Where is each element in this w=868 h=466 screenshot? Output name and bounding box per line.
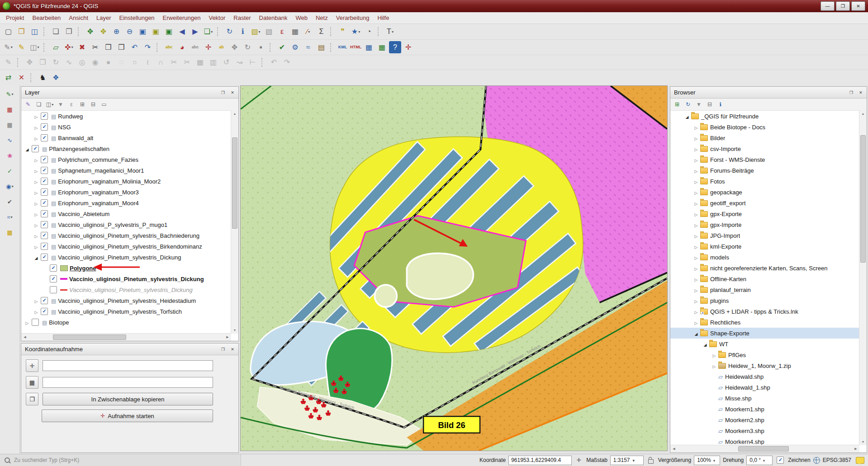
layer-tree-item[interactable]: Vaccinio_Abietetum: [21, 208, 238, 219]
scrollbar-thumb[interactable]: [738, 446, 789, 452]
vector-check-button[interactable]: ✔: [4, 196, 16, 208]
float-panel-icon[interactable]: ❐: [219, 346, 227, 353]
layer-visibility-checkbox[interactable]: [32, 319, 39, 326]
move-label-button[interactable]: ✥: [228, 41, 241, 53]
browser-tree-item[interactable]: geopackage: [670, 187, 867, 198]
menu-web[interactable]: Web: [291, 13, 312, 23]
add-part-button[interactable]: ◉: [89, 56, 101, 69]
wave-tool-dropdown-icon[interactable]: ▾: [11, 215, 13, 219]
move-feature-button[interactable]: ✥: [24, 56, 36, 69]
vertex-tool-dropdown-icon[interactable]: ▾: [71, 45, 73, 49]
layer-visibility-checkbox[interactable]: [41, 221, 48, 228]
copy-move-feature-button[interactable]: ❐: [37, 56, 49, 69]
redo-adv-button[interactable]: ↷: [281, 56, 293, 69]
crs-globe-icon[interactable]: [813, 457, 820, 464]
browser-tree-item[interactable]: Moorkern2.shp: [670, 414, 867, 425]
expand-icon[interactable]: [693, 265, 699, 272]
select-features-button[interactable]: ▧▾: [250, 26, 262, 38]
highlight-pinned-labels-button[interactable]: ab: [215, 41, 228, 53]
lock-scale-icon[interactable]: [648, 459, 654, 464]
save-layer-edits-button[interactable]: ◫▾: [28, 41, 41, 53]
zoom-full-button[interactable]: ▣: [137, 26, 149, 38]
layer-visibility-checkbox[interactable]: [41, 254, 48, 261]
layer-visibility-checkbox[interactable]: [41, 156, 48, 163]
browser-tree-item[interactable]: gpx-Importe: [670, 219, 867, 230]
title-bar[interactable]: *QGIS für Pilzfreunde 24 - QGIS —❐✕: [0, 0, 868, 12]
measure-dropdown-icon[interactable]: ▾: [308, 30, 310, 34]
layer-visibility-checkbox[interactable]: [32, 145, 39, 152]
enable-advanced-digitizing-button[interactable]: ✎: [2, 56, 14, 69]
delete-ring-button[interactable]: ◌: [115, 56, 128, 69]
coordinate-panel-header[interactable]: Koordinatenaufnahme ❐ ✕: [21, 344, 238, 355]
close-button[interactable]: ✕: [851, 1, 865, 11]
browser-tree-item[interactable]: Misse.shp: [670, 393, 867, 404]
menu-einstellungen[interactable]: Einstellungen: [115, 13, 159, 23]
layer-visibility-checkbox[interactable]: [41, 167, 48, 174]
open-attribute-table-button[interactable]: ▦: [289, 26, 301, 38]
layer-tree-item[interactable]: Vaccinio_uliginosi_Pinetum_sylvestris_Di…: [21, 252, 238, 263]
scroll-down-icon[interactable]: [231, 327, 238, 334]
browser-tree-item[interactable]: PflGes: [670, 349, 867, 360]
scroll-right-icon[interactable]: [224, 334, 231, 340]
offset-curve-button[interactable]: ≀: [142, 56, 154, 69]
deselect-features-button[interactable]: ▧: [263, 26, 275, 38]
chevron-down-icon[interactable]: [633, 457, 635, 463]
clipboard-icon[interactable]: ❐: [26, 393, 38, 405]
menu-hilfe[interactable]: Hilfe: [373, 13, 393, 23]
expand-icon[interactable]: [693, 178, 699, 185]
remove-layer-button[interactable]: ▭: [99, 99, 109, 109]
coordinate-field-2[interactable]: [43, 377, 213, 388]
layer-tree-item[interactable]: Rundweg: [21, 111, 238, 122]
expand-icon[interactable]: [33, 178, 39, 185]
zoom-out-button[interactable]: ⊖: [123, 26, 136, 38]
merge-attributes-button[interactable]: ▥: [207, 56, 219, 69]
open-project-button[interactable]: ❐: [15, 26, 28, 38]
zoom-next-button[interactable]: ▶: [189, 26, 201, 38]
expand-icon[interactable]: [33, 211, 39, 217]
expand-icon[interactable]: [33, 113, 39, 120]
redo-button[interactable]: ↷: [142, 41, 154, 53]
browser-tree-item[interactable]: Moorkern3.shp: [670, 425, 867, 436]
layer-tree-item[interactable]: Vaccinio_uliginosi_Pinetum_sylvestris_To…: [21, 306, 238, 317]
expand-icon[interactable]: [693, 189, 699, 196]
scroll-up-icon[interactable]: [859, 110, 867, 117]
layers-hscrollbar[interactable]: [21, 333, 231, 341]
color-grid-button[interactable]: ▦: [4, 104, 16, 116]
expand-icon[interactable]: [693, 297, 699, 304]
spline-tool-button[interactable]: ∿: [4, 134, 16, 146]
browser-tree-item[interactable]: Heidewald_1.shp: [670, 382, 867, 393]
statistical-summary-button[interactable]: Σ: [315, 26, 327, 38]
layer-visibility-checkbox[interactable]: [41, 134, 48, 141]
filter-by-expression-button[interactable]: ε: [66, 99, 76, 109]
layer-visibility-checkbox[interactable]: [41, 178, 48, 185]
layer-labeling-button[interactable]: abc: [163, 41, 175, 53]
layer-tree-item[interactable]: Eriophorum_vaginatum_Molinia_Moor2: [21, 176, 238, 187]
filter-browser-button[interactable]: ▼: [694, 99, 704, 109]
browser-tree-item[interactable]: plugins: [670, 295, 867, 306]
layer-tree-item[interactable]: Polygone: [21, 263, 238, 273]
pan-map-button[interactable]: ✥: [84, 26, 96, 38]
browser-tree-item[interactable]: WT: [670, 339, 867, 349]
html-export-button[interactable]: HTML: [350, 41, 362, 53]
crs-capture-icon[interactable]: ✛: [26, 359, 38, 372]
new-spatial-bookmark-dropdown-icon[interactable]: ▾: [358, 30, 360, 34]
raster-grid-button[interactable]: ▦: [376, 41, 388, 53]
pan-to-selection-button[interactable]: ✥: [97, 26, 109, 38]
measure-button[interactable]: ∕▾: [302, 26, 314, 38]
delete-selected-button[interactable]: ✖: [76, 41, 88, 53]
split-features-button[interactable]: ✂: [168, 56, 180, 69]
expand-icon[interactable]: [711, 362, 717, 369]
coordinate-capture-button[interactable]: ✛: [402, 41, 414, 53]
minimize-button[interactable]: —: [821, 1, 835, 11]
menu-projekt[interactable]: Projekt: [2, 13, 28, 23]
spin-down-icon[interactable]: [763, 460, 765, 461]
undo-button[interactable]: ↶: [128, 41, 141, 53]
scroll-down-icon[interactable]: [859, 438, 867, 445]
expand-all-button[interactable]: ⊞: [77, 99, 87, 109]
expand-icon[interactable]: [693, 254, 699, 261]
browser-tree-item[interactable]: kml-Exporte: [670, 241, 867, 252]
browser-tree-item[interactable]: JPG-Import: [670, 230, 867, 241]
browser-tree-item[interactable]: csv-Importe: [670, 143, 867, 154]
layer-tree-item[interactable]: Vaccinio_uliginosi_Pinetum_sylvestris_He…: [21, 295, 238, 306]
expand-icon[interactable]: [711, 352, 717, 358]
